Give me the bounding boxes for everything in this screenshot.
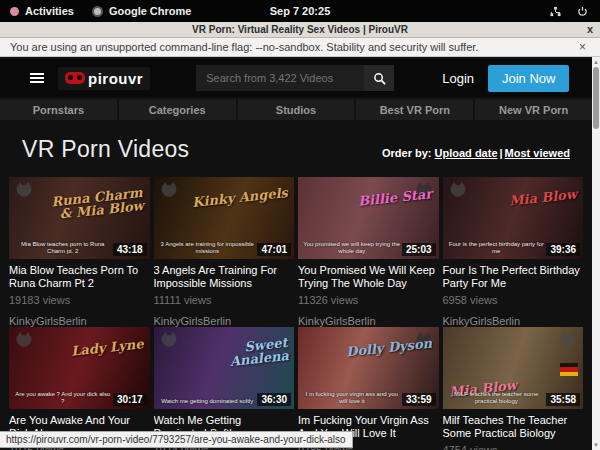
- video-studio-link[interactable]: KinkyGirlsBerlin: [443, 315, 584, 327]
- window-titlebar: VR Porn: Virtual Reality Sex Videos | Pi…: [0, 22, 600, 38]
- video-thumbnail[interactable]: Runa Charm & Mia Blow Mia Blow teaches p…: [9, 177, 150, 259]
- site-header: pirouvr Login Join Now: [0, 59, 592, 97]
- warning-message: You are using an unsupported command-lin…: [10, 41, 478, 53]
- video-views: 19183 views: [9, 294, 150, 306]
- power-icon[interactable]: [577, 6, 588, 17]
- thumbnail-caption: Watch me getting dominated softly: [159, 398, 257, 405]
- thumbnail-caption: I m fucking your virgin ass and you will…: [303, 391, 401, 405]
- scrollbar[interactable]: ▲ ▼: [592, 57, 600, 450]
- video-card: Mia Blow MILF teaches the teacher some p…: [443, 327, 584, 450]
- duration-badge: 35:58: [546, 393, 580, 406]
- vr-goggles-icon: [65, 72, 85, 84]
- site-logo[interactable]: pirouvr: [58, 67, 150, 90]
- thumbnail-caption: MILF teaches the teacher some practical …: [448, 391, 546, 405]
- logo-text: pirouvr: [88, 70, 143, 87]
- browser-viewport: pirouvr Login Join Now Pornstars Categor…: [0, 57, 600, 450]
- order-separator: |: [498, 147, 505, 159]
- network-icon[interactable]: [550, 6, 561, 17]
- thumbnail-overlay-title: Lady Lyne: [70, 337, 144, 358]
- join-now-button[interactable]: Join Now: [488, 65, 569, 92]
- duration-badge: 25:03: [402, 243, 436, 256]
- duration-badge: 33:59: [402, 393, 436, 406]
- video-title[interactable]: 3 Angels Are Training For Impossible Mis…: [154, 264, 295, 290]
- video-thumbnail[interactable]: Mia Blow MILF teaches the teacher some p…: [443, 327, 584, 409]
- video-thumbnail[interactable]: Mia Blow Four is the perfect birthday pa…: [443, 177, 584, 259]
- thumbnail-overlay-title: Runa Charm & Mia Blow: [44, 186, 145, 222]
- thumbnail-caption: You promised we will keep trying the who…: [303, 241, 401, 255]
- window-title: VR Porn: Virtual Reality Sex Videos | Pi…: [192, 24, 408, 35]
- video-views: 11326 views: [298, 294, 439, 306]
- hamburger-menu-icon[interactable]: [30, 71, 44, 85]
- order-by-controls: Order by: Upload date|Most viewed: [382, 147, 570, 163]
- video-card: Kinky Angels 3 Angels are training for i…: [154, 177, 295, 327]
- thumbnail-caption: Four is the perfect birthday party for m…: [448, 241, 546, 255]
- video-title[interactable]: You Promised We Will Keep Trying The Who…: [298, 264, 439, 290]
- nav-item-pornstars[interactable]: Pornstars: [0, 99, 117, 120]
- thumbnail-overlay-title: Sweet Analena: [189, 336, 290, 372]
- video-card: Billie Star You promised we will keep tr…: [298, 177, 439, 327]
- video-thumbnail[interactable]: Sweet Analena Watch me getting dominated…: [154, 327, 295, 409]
- system-top-bar: Activities Google Chrome Sep 7 20:25: [0, 0, 600, 22]
- order-most-viewed-link[interactable]: Most viewed: [505, 147, 570, 159]
- window-close-icon[interactable]: x: [587, 23, 593, 35]
- thumbnail-overlay-title: Billie Star: [358, 187, 433, 208]
- duration-badge: 43:18: [113, 243, 147, 256]
- video-title[interactable]: Four Is The Perfect Birthday Party For M…: [443, 264, 584, 290]
- nav-item-best-vr-porn[interactable]: Best VR Porn: [356, 99, 473, 120]
- nav-item-categories[interactable]: Categories: [119, 99, 236, 120]
- video-views: 11111 views: [154, 294, 295, 306]
- video-thumbnail[interactable]: Dolly Dyson I m fucking your virgin ass …: [298, 327, 439, 409]
- page-title: VR Porn Videos: [22, 136, 189, 163]
- video-title[interactable]: Mia Blow Teaches Porn To Runa Charm Pt 2: [9, 264, 150, 290]
- duration-badge: 30:17: [113, 393, 147, 406]
- search-button[interactable]: [364, 65, 394, 91]
- nav-item-new-vr-porn[interactable]: New VR Porn: [475, 99, 592, 120]
- scrollbar-down-icon[interactable]: ▼: [592, 440, 600, 450]
- video-studio-link[interactable]: KinkyGirlsBerlin: [298, 315, 439, 327]
- video-thumbnail[interactable]: Kinky Angels 3 Angels are training for i…: [154, 177, 295, 259]
- login-link[interactable]: Login: [442, 71, 474, 86]
- duration-badge: 36:30: [257, 393, 291, 406]
- video-card: Mia Blow Four is the perfect birthday pa…: [443, 177, 584, 327]
- video-card: Runa Charm & Mia Blow Mia Blow teaches p…: [9, 177, 150, 327]
- video-views: 6958 views: [443, 294, 584, 306]
- thumbnail-overlay-title: Mia Blow: [508, 187, 577, 207]
- video-grid: Runa Charm & Mia Blow Mia Blow teaches p…: [0, 163, 592, 450]
- thumbnail-caption: Mia Blow teaches porn to Runa Charm pt. …: [14, 241, 112, 255]
- thumbnail-caption: 3 Angels are training for impossible mis…: [159, 241, 257, 255]
- studio-cat-icon: [13, 180, 35, 200]
- nav-item-studios[interactable]: Studios: [238, 99, 355, 120]
- warning-infobar: You are using an unsupported command-lin…: [0, 38, 600, 57]
- thumbnail-overlay-title: Dolly Dyson: [346, 337, 433, 359]
- order-upload-date-link[interactable]: Upload date: [435, 147, 498, 159]
- video-title[interactable]: Milf Teaches The Teacher Some Practical …: [443, 414, 584, 440]
- studio-cat-icon: [13, 330, 35, 350]
- search-icon: [373, 72, 386, 85]
- studio-cat-icon: [447, 180, 469, 200]
- clock[interactable]: Sep 7 20:25: [0, 5, 600, 17]
- screen: Activities Google Chrome Sep 7 20:25 VR …: [0, 0, 600, 450]
- studio-cat-icon: [557, 330, 579, 350]
- german-flag-icon: [560, 363, 578, 376]
- status-url-bar: https://pirouvr.com/vr-porn-video/779325…: [0, 431, 353, 448]
- order-by-label: Order by:: [382, 147, 432, 159]
- studio-cat-icon: [158, 180, 180, 200]
- scrollbar-up-icon[interactable]: ▲: [592, 57, 600, 67]
- video-studio-link[interactable]: KinkyGirlsBerlin: [9, 315, 150, 327]
- search-bar: [196, 65, 394, 91]
- search-input[interactable]: [196, 65, 364, 91]
- video-thumbnail[interactable]: Billie Star You promised we will keep tr…: [298, 177, 439, 259]
- main-nav: Pornstars Categories Studios Best VR Por…: [0, 99, 592, 120]
- duration-badge: 39:36: [546, 243, 580, 256]
- scrollbar-thumb[interactable]: [593, 67, 599, 129]
- studio-cat-icon: [158, 330, 180, 350]
- thumbnail-caption: Are you awake ? And your dick also ?: [14, 391, 112, 405]
- warning-close-icon[interactable]: ×: [579, 40, 590, 54]
- duration-badge: 47:01: [257, 243, 291, 256]
- thumbnail-overlay-title: Kinky Angels: [192, 186, 289, 209]
- video-studio-link[interactable]: KinkyGirlsBerlin: [154, 315, 295, 327]
- video-thumbnail[interactable]: Lady Lyne Are you awake ? And your dick …: [9, 327, 150, 409]
- video-views: 4754 views: [443, 444, 584, 450]
